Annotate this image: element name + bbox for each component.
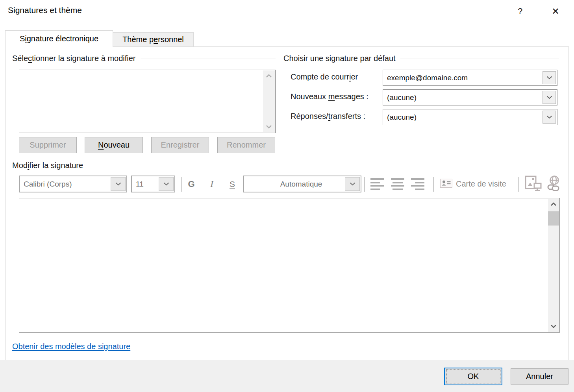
- group-divider: [141, 59, 276, 59]
- tab-signature-electronique[interactable]: Signature électronique: [5, 30, 113, 47]
- edit-signature-group-header: Modifier la signature: [12, 161, 559, 170]
- label-pre: Compte de courr: [291, 72, 349, 81]
- default-signature-group-header: Choisir une signature par défaut: [283, 54, 559, 63]
- bold-button[interactable]: G: [184, 177, 198, 192]
- cancel-button[interactable]: Annuler: [511, 368, 568, 385]
- button-label: Supprimer: [30, 141, 66, 150]
- ok-button[interactable]: OK: [444, 368, 502, 385]
- business-card-button[interactable]: Carte de visite: [440, 176, 506, 192]
- font-size-combo[interactable]: 11: [131, 176, 175, 192]
- combo-value: Automatique: [260, 176, 343, 192]
- scroll-up-icon[interactable]: [548, 199, 559, 210]
- chevron-down-icon[interactable]: [543, 111, 556, 124]
- label-pre: Séle: [12, 54, 28, 63]
- scroll-down-icon[interactable]: [548, 321, 559, 332]
- dialog-title: Signatures et thème: [8, 6, 82, 15]
- close-button[interactable]: ✕: [546, 4, 565, 19]
- label-pre: Thème p: [122, 35, 154, 44]
- help-button[interactable]: ?: [511, 4, 529, 19]
- tab-label: Signature électronique: [20, 34, 98, 43]
- font-name-combo[interactable]: Calibri (Corps): [19, 176, 127, 192]
- scrollbar-thumb[interactable]: [548, 211, 559, 226]
- group-title: Modifier la signature: [12, 161, 83, 170]
- label-pre: Nouveaux: [291, 92, 328, 101]
- signature-listbox[interactable]: [19, 70, 276, 133]
- chevron-down-icon[interactable]: [111, 177, 126, 191]
- new-messages-combo[interactable]: (aucune): [383, 89, 557, 105]
- chevron-down-icon[interactable]: [159, 177, 174, 191]
- align-center-button[interactable]: [391, 178, 404, 190]
- mail-account-combo[interactable]: exemple@domaine.com: [383, 70, 557, 86]
- select-signature-group-header: Sélectionner la signature à modifier: [12, 54, 276, 63]
- chevron-down-icon[interactable]: [543, 71, 556, 84]
- replies-forwards-combo[interactable]: (aucune): [383, 109, 557, 125]
- align-right-button[interactable]: [411, 178, 424, 190]
- listbox-scrollbar[interactable]: [263, 70, 275, 132]
- align-center-icon: [391, 178, 404, 180]
- label-accel: m: [328, 92, 335, 101]
- align-left-button[interactable]: [370, 178, 384, 190]
- label-post: ouveau: [104, 141, 130, 149]
- close-icon: ✕: [552, 6, 559, 17]
- label-accel: e: [154, 35, 158, 44]
- renommer-button[interactable]: Renommer: [217, 137, 275, 153]
- toolbar-separator: [364, 177, 365, 192]
- signature-edit-area[interactable]: [19, 198, 560, 333]
- toolbar-separator: [518, 177, 519, 192]
- label-post: rsonnel: [158, 35, 184, 44]
- button-label: Nouveau: [98, 141, 130, 150]
- button-label: Enregistrer: [161, 141, 200, 150]
- get-signature-templates-link[interactable]: Obtenir des modèles de signature: [12, 342, 130, 351]
- button-label: Annuler: [526, 372, 553, 381]
- align-right-icon: [411, 178, 424, 180]
- label-post: er: [351, 72, 358, 81]
- combo-value: (aucune): [387, 90, 540, 105]
- insert-image-button[interactable]: [524, 176, 543, 192]
- toolbar-separator: [433, 177, 434, 192]
- combo-value: (aucune): [387, 109, 540, 125]
- label-post: fier la signature: [29, 161, 83, 170]
- nouveau-button[interactable]: Nouveau: [85, 137, 143, 153]
- group-title: Choisir une signature par défaut: [283, 54, 396, 63]
- label-pre: Réponses/: [291, 112, 328, 120]
- group-divider: [400, 59, 559, 59]
- chevron-down-icon[interactable]: [345, 177, 360, 191]
- italic-icon: I: [210, 179, 213, 189]
- font-color-combo[interactable]: Automatique: [243, 176, 361, 192]
- label-post: ransferts :: [330, 112, 365, 120]
- label-pre: Mod: [12, 161, 28, 170]
- label-post: essages :: [335, 92, 368, 101]
- label-accel: c: [28, 54, 32, 63]
- scroll-down-icon[interactable]: [263, 121, 275, 132]
- insert-hyperlink-button[interactable]: [545, 176, 563, 192]
- italic-button[interactable]: I: [205, 177, 219, 192]
- toolbar-separator: [181, 177, 182, 192]
- label-post: tionner la signature à modifier: [32, 54, 135, 63]
- insert-hyperlink-icon: [546, 175, 562, 193]
- enregistrer-button[interactable]: Enregistrer: [151, 137, 209, 153]
- business-card-label: Carte de visite: [456, 179, 506, 189]
- align-left-icon: [370, 178, 384, 180]
- chevron-down-icon[interactable]: [543, 91, 556, 104]
- mail-account-label: Compte de courrier: [291, 72, 358, 81]
- button-label: Renommer: [227, 141, 266, 150]
- business-card-icon: [440, 179, 452, 189]
- tab-theme-personnel[interactable]: Thème personnel: [113, 32, 194, 46]
- label-pre: S: [20, 34, 25, 43]
- bold-icon: G: [188, 179, 194, 189]
- insert-image-icon: [524, 175, 543, 193]
- underline-icon: S: [230, 179, 235, 189]
- tab-label: Thème personnel: [122, 35, 184, 44]
- group-title: Sélectionner la signature à modifier: [12, 54, 136, 63]
- combo-value: 11: [136, 176, 156, 192]
- underline-button[interactable]: S: [225, 177, 239, 192]
- label-accel: N: [98, 141, 104, 149]
- combo-value: exemple@domaine.com: [387, 70, 540, 85]
- replies-forwards-label: Réponses/transferts :: [291, 112, 365, 121]
- help-icon: ?: [518, 6, 522, 17]
- scroll-up-icon[interactable]: [263, 70, 275, 81]
- supprimer-button[interactable]: Supprimer: [19, 137, 77, 153]
- edit-area-scrollbar[interactable]: [548, 199, 559, 332]
- label-post: gnature électronique: [27, 34, 98, 43]
- signatures-dialog: Signatures et thème ? ✕ Signature électr…: [0, 0, 574, 392]
